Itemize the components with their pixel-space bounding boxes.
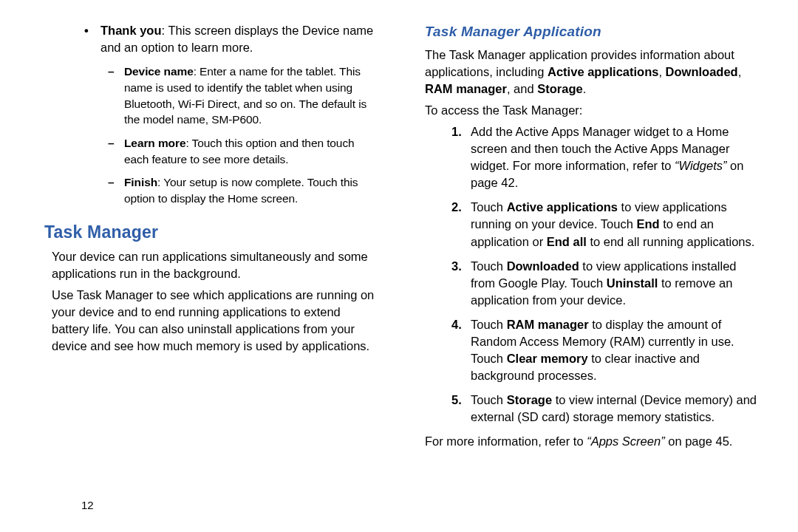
dash-lead: Device name — [124, 65, 194, 78]
step-text: Touch RAM manager to display the amount … — [471, 316, 761, 384]
dash-lead: Finish — [124, 176, 157, 188]
right-column: Task Manager Application The Task Manage… — [417, 22, 761, 510]
bullet-lead: Thank you — [100, 24, 162, 37]
page-number: 12 — [81, 499, 94, 511]
dash-marker: – — [108, 174, 124, 191]
dash-list: – Device name: Enter a name for the tabl… — [44, 64, 381, 207]
step-number: 5. — [451, 392, 471, 409]
task-manager-paragraphs: Your device can run applications simulta… — [44, 248, 381, 355]
bullet-item: • Thank you: This screen displays the De… — [84, 22, 381, 56]
steps-list: 1. Add the Active Apps Manager widget to… — [425, 123, 761, 426]
left-column: • Thank you: This screen displays the De… — [44, 22, 388, 510]
step-item: 1. Add the Active Apps Manager widget to… — [451, 123, 761, 191]
dash-text: Finish: Your setup is now complete. Touc… — [124, 174, 381, 206]
step-item: 4. Touch RAM manager to display the amou… — [451, 316, 761, 384]
dash-item: – Device name: Enter a name for the tabl… — [108, 64, 381, 128]
reference-italic: “Widgets” — [675, 159, 726, 172]
intro-bold: RAM manager — [425, 82, 507, 95]
paragraph: Use Task Manager to see which applicatio… — [52, 287, 381, 355]
bullet-text: Thank you: This screen displays the Devi… — [100, 22, 381, 56]
dash-item: – Finish: Your setup is now complete. To… — [108, 174, 381, 206]
trailing-reference: For more information, refer to “Apps Scr… — [425, 433, 761, 450]
step-item: 2. Touch Active applications to view app… — [451, 199, 761, 250]
step-item: 3. Touch Downloaded to view applications… — [451, 258, 761, 309]
step-text: Touch Downloaded to view applications in… — [471, 258, 761, 309]
dash-item: – Learn more: Touch this option and then… — [108, 135, 381, 167]
intro-bold: Active applications — [548, 65, 658, 78]
step-number: 3. — [451, 258, 471, 275]
bullet-list: • Thank you: This screen displays the De… — [44, 22, 381, 56]
step-text: Touch Active applications to view applic… — [471, 199, 761, 250]
step-number: 1. — [451, 123, 471, 140]
access-line: To access the Task Manager: — [425, 102, 761, 119]
step-number: 4. — [451, 316, 471, 333]
intro-bold: Storage — [537, 82, 582, 95]
dash-marker: – — [108, 64, 124, 80]
reference-italic: “Apps Screen” — [587, 434, 664, 448]
step-number: 2. — [451, 199, 471, 216]
dash-text: Device name: Enter a name for the tablet… — [124, 64, 381, 128]
heading-task-manager: Task Manager — [44, 220, 381, 244]
dash-marker: – — [108, 135, 124, 151]
dash-lead: Learn more — [124, 137, 185, 149]
intro-bold: Downloaded — [666, 65, 738, 78]
page: • Thank you: This screen displays the De… — [0, 0, 798, 532]
bullet-marker: • — [84, 22, 100, 39]
step-text: Add the Active Apps Manager widget to a … — [471, 123, 761, 191]
intro-paragraph: The Task Manager application provides in… — [425, 47, 761, 98]
step-item: 5. Touch Storage to view internal (Devic… — [451, 392, 761, 426]
step-text: Touch Storage to view internal (Device m… — [471, 392, 761, 426]
dash-rest: : Your setup is now complete. Touch this… — [124, 176, 358, 205]
heading-task-manager-application: Task Manager Application — [425, 22, 761, 42]
paragraph: Your device can run applications simulta… — [52, 248, 381, 282]
dash-text: Learn more: Touch this option and then t… — [124, 135, 381, 167]
